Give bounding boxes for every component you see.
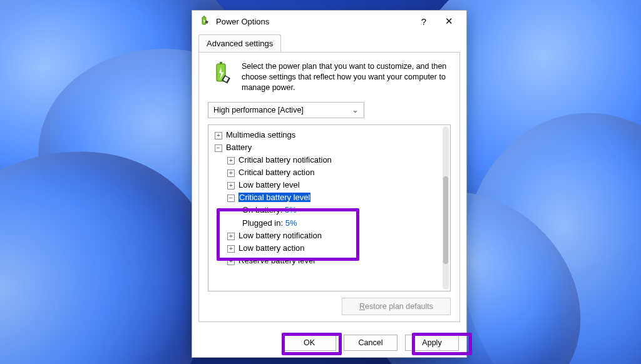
expand-icon[interactable]: +: [227, 233, 235, 240]
expand-icon[interactable]: +: [227, 157, 235, 164]
tree-item-on-battery[interactable]: On battery: 5%: [212, 204, 441, 216]
cancel-button[interactable]: Cancel: [344, 335, 397, 351]
tree-item-low-notification[interactable]: +Low battery notification: [212, 230, 441, 242]
tab-strip: Advanced settings: [192, 34, 466, 53]
tree-item-plugged-in[interactable]: Plugged in: 5%: [212, 217, 441, 230]
tree-item-selected-label: Critical battery level: [238, 193, 310, 202]
chevron-down-icon: ⌄: [352, 105, 359, 114]
ok-button[interactable]: OK: [282, 335, 336, 351]
expand-icon[interactable]: +: [227, 245, 235, 253]
titlebar[interactable]: Power Options ? ✕: [192, 11, 466, 32]
on-battery-value[interactable]: 5%: [285, 205, 297, 215]
tab-advanced-settings[interactable]: Advanced settings: [198, 34, 281, 53]
expand-icon[interactable]: +: [227, 182, 235, 190]
tree-item-low-level[interactable]: +Low battery level: [212, 179, 441, 191]
intro-text: Select the power plan that you want to c…: [242, 61, 451, 93]
collapse-icon[interactable]: −: [227, 195, 235, 202]
help-button[interactable]: ?: [411, 13, 436, 30]
scrollbar-thumb[interactable]: [443, 176, 448, 264]
svg-rect-1: [203, 16, 205, 18]
tree-item-critical-notification[interactable]: +Critical battery notification: [212, 154, 441, 166]
scrollbar[interactable]: [443, 126, 449, 290]
power-options-dialog: Power Options ? ✕ Advanced settings Sele…: [192, 10, 467, 358]
power-plan-dropdown[interactable]: High performance [Active] ⌄: [208, 102, 364, 118]
tree-item-critical-level[interactable]: −Critical battery level: [212, 191, 441, 204]
settings-tree[interactable]: +Multimedia settings −Battery +Critical …: [208, 124, 451, 291]
power-plan-icon: [208, 61, 233, 88]
tab-panel: Select the power plan that you want to c…: [198, 52, 460, 322]
tree-item-battery[interactable]: −Battery: [212, 141, 441, 154]
power-options-icon: [198, 16, 210, 27]
tree-item-low-action[interactable]: +Low battery action: [212, 242, 441, 255]
tree-item-multimedia[interactable]: +Multimedia settings: [212, 129, 441, 141]
restore-defaults-button: Restore plan defaults: [342, 298, 451, 315]
plugged-in-value[interactable]: 5%: [285, 218, 297, 228]
window-title: Power Options: [216, 17, 411, 26]
expand-icon[interactable]: +: [227, 169, 235, 177]
power-plan-selected: High performance [Active]: [213, 106, 304, 114]
tree-item-critical-action[interactable]: +Critical battery action: [212, 166, 441, 179]
expand-icon[interactable]: +: [215, 132, 222, 139]
tree-item-reserve-level[interactable]: +Reserve battery level: [212, 255, 441, 267]
close-button[interactable]: ✕: [436, 13, 461, 30]
dialog-footer: OK Cancel Apply: [192, 328, 466, 357]
expand-icon[interactable]: +: [227, 258, 235, 265]
svg-rect-3: [220, 62, 222, 64]
collapse-icon[interactable]: −: [215, 144, 222, 152]
apply-button[interactable]: Apply: [405, 335, 459, 351]
